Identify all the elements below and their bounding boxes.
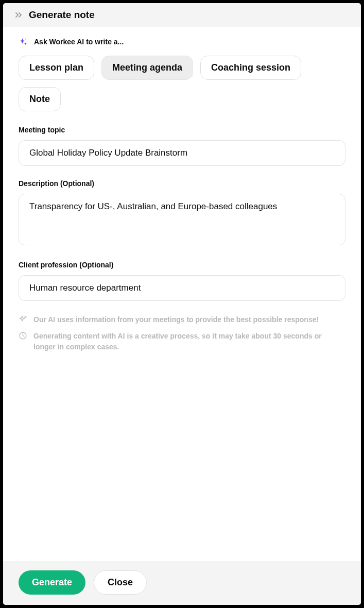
sparkle-icon — [19, 37, 28, 46]
ai-prompt-row: Ask Workee AI to write a... — [19, 37, 345, 46]
pill-note[interactable]: Note — [19, 87, 61, 111]
client-profession-label: Client profession (Optional) — [19, 261, 345, 269]
client-profession-input[interactable] — [19, 275, 345, 301]
generate-note-panel: Generate note Ask Workee AI to write a..… — [3, 3, 361, 605]
field-meeting-topic: Meeting topic — [19, 126, 345, 166]
sparkle-outline-icon — [19, 315, 27, 326]
description-label: Description (Optional) — [19, 179, 345, 188]
info-meetings-text: Our AI uses information from your meetin… — [33, 314, 319, 325]
panel-title: Generate note — [29, 9, 95, 21]
info-timing: Generating content with AI is a creative… — [19, 331, 345, 352]
pill-coaching-session[interactable]: Coaching session — [200, 56, 301, 80]
ai-prompt-text: Ask Workee AI to write a... — [34, 38, 124, 46]
svg-point-0 — [25, 39, 26, 40]
clock-icon — [19, 331, 27, 342]
info-meetings: Our AI uses information from your meetin… — [19, 314, 345, 326]
field-description: Description (Optional) — [19, 179, 345, 247]
template-pills: Lesson plan Meeting agenda Coaching sess… — [19, 56, 345, 111]
panel-footer: Generate Close — [3, 561, 361, 605]
panel-header: Generate note — [3, 3, 361, 27]
field-client-profession: Client profession (Optional) — [19, 261, 345, 301]
description-input[interactable] — [19, 194, 345, 245]
pill-meeting-agenda[interactable]: Meeting agenda — [101, 56, 193, 80]
generate-button[interactable]: Generate — [19, 570, 85, 595]
pill-lesson-plan[interactable]: Lesson plan — [19, 56, 94, 80]
info-timing-text: Generating content with AI is a creative… — [33, 331, 345, 352]
meeting-topic-input[interactable] — [19, 140, 345, 166]
close-button[interactable]: Close — [94, 570, 147, 595]
meeting-topic-label: Meeting topic — [19, 126, 345, 134]
panel-body: Ask Workee AI to write a... Lesson plan … — [3, 27, 361, 561]
collapse-icon[interactable] — [13, 10, 24, 20]
